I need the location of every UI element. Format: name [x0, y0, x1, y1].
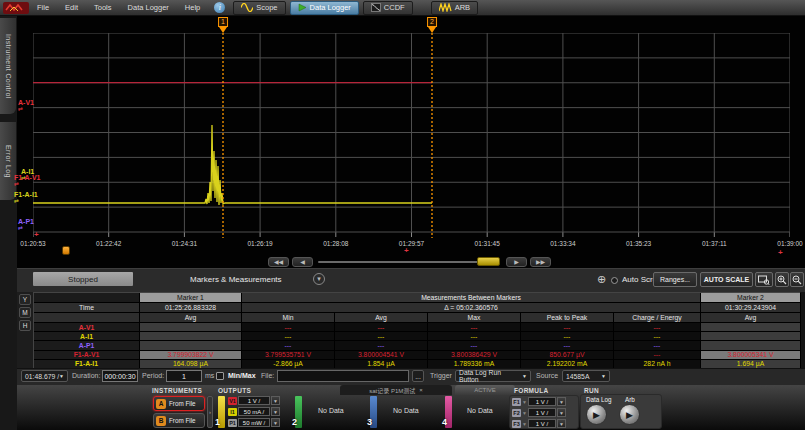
menu-edit[interactable]: Edit: [57, 3, 86, 12]
trigger-dropdown[interactable]: Data Log Run Button▼: [455, 370, 531, 382]
chevron-down-icon[interactable]: ▼: [522, 399, 527, 405]
ranges-button[interactable]: Ranges...: [653, 272, 697, 287]
i1-scale-value[interactable]: 50 mA /: [238, 407, 270, 416]
tab-scope[interactable]: Scope: [233, 1, 285, 15]
waveform-plot[interactable]: [33, 33, 790, 239]
cell-avg-A-I1: ---: [335, 332, 428, 341]
menu-data-logger[interactable]: Data Logger: [120, 3, 177, 12]
i1-scale-dropdown[interactable]: ▼: [271, 407, 280, 416]
tab-arb[interactable]: ARB: [431, 1, 478, 15]
axis-annotation-icon[interactable]: [62, 246, 70, 255]
menu-help[interactable]: Help: [177, 3, 208, 12]
instrument-b-label: From File: [169, 417, 196, 424]
crosshair-icon[interactable]: ⊕: [597, 273, 606, 286]
data-logger-app: File Edit Tools Data Logger Help i Scope…: [0, 0, 805, 430]
cell-p2p-A-V1: ---: [521, 323, 614, 332]
f1-scale-value[interactable]: 1 V /: [528, 397, 556, 406]
sidebar-tab-instrument-control[interactable]: Instrument Control: [0, 18, 16, 114]
source-dropdown[interactable]: 14585A▼: [562, 370, 610, 382]
output4-number: 4: [442, 417, 447, 427]
arb-play-button[interactable]: ▶: [619, 404, 640, 425]
trace-label-F1-A-V1[interactable]: F1-A-V1⇄: [14, 174, 40, 187]
scrollbar-track[interactable]: [318, 261, 498, 263]
output2-number: 2: [292, 417, 297, 427]
marker-flag-2[interactable]: 2: [427, 17, 437, 33]
trace-label-F1-A-I1[interactable]: F1-A-I1⇄: [14, 191, 38, 204]
instruments-expander[interactable]: ›: [207, 396, 213, 428]
row-label-A-P1: A-P1: [34, 341, 140, 350]
output2-no-data: No Data: [318, 407, 344, 414]
f2-scale-value[interactable]: 1 V /: [528, 408, 556, 417]
cell-marker1-A-I1: [140, 332, 242, 341]
zoom-in-button[interactable]: [775, 272, 789, 287]
trace-handle-icon[interactable]: ⇄: [18, 225, 34, 231]
marker-tool-button[interactable]: Y: [19, 294, 31, 305]
trace-handle-icon[interactable]: ⇄: [14, 181, 40, 187]
zoom-out-button[interactable]: [790, 272, 804, 287]
info-icon[interactable]: i: [214, 2, 225, 13]
auto-scale-button[interactable]: AUTO SCALE: [700, 272, 753, 287]
trace-label-A-P1[interactable]: A-P1⇄: [18, 218, 34, 231]
marker-flag-1[interactable]: 1: [218, 17, 228, 33]
data-log-play-button[interactable]: ▶: [586, 404, 607, 425]
markers-measurements-label[interactable]: Markers & Measurements: [190, 275, 282, 284]
tab-data-logger[interactable]: Data Logger: [290, 1, 359, 15]
output1-number: 1: [215, 417, 220, 427]
period-field[interactable]: 1: [166, 370, 202, 382]
close-icon[interactable]: ×: [419, 387, 423, 393]
cell-min-A-I1: ---: [242, 332, 335, 341]
minmax-label[interactable]: Min/Max: [228, 372, 256, 379]
instrument-b-badge: B: [156, 416, 166, 426]
sidebar-tab-error-log[interactable]: Error Log: [0, 122, 16, 200]
chevron-down-icon[interactable]: ▼: [522, 421, 527, 427]
p1-scale-value[interactable]: 50 mW /: [238, 418, 270, 427]
cell-avg-A-V1: ---: [335, 323, 428, 332]
elapsed-time-dropdown[interactable]: 01:48.679 /▼: [21, 370, 68, 382]
minmax-checkbox[interactable]: [216, 372, 224, 380]
datalog-file-tab[interactable]: sat记录 P1M测试 ×: [340, 385, 452, 395]
instrument-b-button[interactable]: B From File: [153, 413, 205, 428]
h-marker-tool-button[interactable]: H: [19, 320, 31, 331]
v1-scale-value[interactable]: 1 V /: [238, 396, 270, 405]
snapshot-button[interactable]: [755, 272, 773, 287]
auto-scroll-radio[interactable]: [611, 277, 618, 284]
duration-field[interactable]: 000:00:30: [102, 370, 138, 382]
marker1-group-header: Marker 1: [140, 293, 242, 303]
markers-collapse-icon[interactable]: ▾: [313, 273, 325, 285]
scroll-far-left-button[interactable]: ◀◀: [268, 257, 289, 267]
trace-label-A-V1[interactable]: A-V1⇄: [18, 99, 34, 112]
trace-handle-icon[interactable]: ⇄: [18, 106, 34, 112]
p1-scale-dropdown[interactable]: ▼: [271, 418, 280, 427]
v1-scale-dropdown[interactable]: ▼: [271, 396, 280, 405]
row-label-F1-A-V1: F1-A-V1: [34, 351, 140, 360]
file-input[interactable]: [277, 370, 409, 382]
f3-scale-value[interactable]: 1 V /: [528, 419, 556, 428]
scroll-far-right-button[interactable]: ▶▶: [530, 257, 551, 267]
col-header-max: Max: [428, 313, 521, 323]
chevron-down-icon[interactable]: ▼: [522, 410, 527, 416]
menu-file[interactable]: File: [29, 3, 57, 12]
cell-charge-A-V1: ---: [614, 323, 701, 332]
menu-tools[interactable]: Tools: [86, 3, 120, 12]
chevron-down-icon: ▼: [59, 373, 64, 379]
trace-handle-icon[interactable]: ⇄: [14, 198, 38, 204]
scrollbar-handle[interactable]: [477, 257, 500, 266]
row-label-A-V1: A-V1: [34, 323, 140, 332]
x-tick-label: 01:20:53: [20, 240, 45, 247]
cell-p2p-A-I1: ---: [521, 332, 614, 341]
f3-scale-dropdown[interactable]: ▼: [557, 419, 566, 428]
f1-scale-dropdown[interactable]: ▼: [557, 397, 566, 406]
f2-scale-dropdown[interactable]: ▼: [557, 408, 566, 417]
tab-ccdf[interactable]: CCDF: [363, 1, 413, 15]
marker-number: 2: [427, 17, 437, 27]
active-tab[interactable]: ACTIVE: [455, 385, 515, 395]
ccdf-curve-icon: [371, 3, 381, 12]
axis-cursor-marker-left: +: [34, 232, 39, 238]
file-browse-button[interactable]: ...: [412, 370, 424, 382]
active-tab-label: ACTIVE: [474, 387, 496, 393]
measure-tool-button[interactable]: M: [19, 307, 31, 318]
scroll-left-button[interactable]: ◀: [292, 257, 313, 267]
instrument-a-button[interactable]: A From File: [153, 396, 205, 411]
zoom-in-icon: [777, 275, 787, 285]
scroll-right-button[interactable]: ▶: [506, 257, 527, 267]
